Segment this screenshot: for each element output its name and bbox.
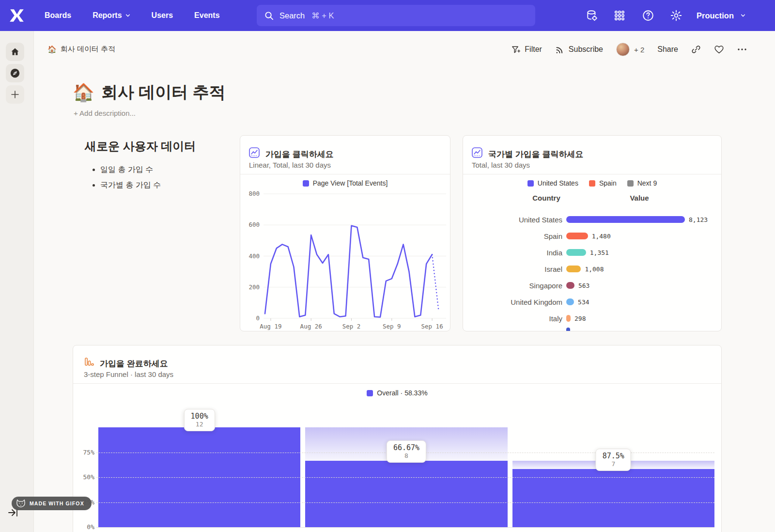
help-icon[interactable] [640,8,656,23]
search-icon [264,11,274,20]
table-row[interactable]: United States8,123 [463,211,721,228]
nav-item-boards[interactable]: Boards [45,11,71,20]
bar-row-bar [566,298,574,305]
bar-row-country: India [463,249,562,257]
bar-row-value: 1,351 [590,249,609,256]
project-switcher[interactable]: Prouction [697,0,745,31]
bar-row-country: Singapore [463,282,562,290]
line-series [265,226,432,317]
mixpanel-logo-icon[interactable] [9,7,25,24]
table-row[interactable]: India1,351 [463,244,721,261]
bar-chart-subtitle: Total, last 30 days [472,161,530,169]
bar-row-bar [566,216,685,223]
bar-chart-legend: United StatesSpainNext 9 [463,179,721,187]
bar-row-bar [566,266,581,272]
bar-chart-title[interactable]: 국가별 가입을 클릭하세요 [488,149,583,160]
favorite-button[interactable] [714,45,724,54]
table-row[interactable]: United Kingdom534 [463,294,721,310]
x-axis-tick-label: Aug 26 [300,323,322,330]
subscribe-label: Subscribe [569,45,603,54]
discover-button[interactable] [6,64,24,82]
legend-label: Spain [599,179,617,187]
search-shortcut: ⌘ + K [311,11,334,20]
funnel-y-tick-label: 50% [75,473,94,481]
page-title[interactable]: 🏠 회사 데이터 추적 [73,81,226,104]
data-management-icon[interactable] [584,8,600,23]
main-content: 🏠 회사 데이터 추적 Filter Subscribe + 2 Share 🏠 [34,31,775,532]
add-description-button[interactable]: + Add description... [74,109,136,117]
legend-label: Overall · 58.33% [377,389,427,397]
rss-icon [555,45,564,54]
fox-icon [16,499,26,508]
funnel-legend: Overall · 58.33% [73,389,721,397]
add-board-button[interactable] [6,85,24,104]
legend-item: Next 9 [627,179,657,187]
chevron-down-icon [741,13,745,18]
table-row[interactable]: Singapore563 [463,277,721,294]
bar-chart-card: 국가별 가입을 클릭하세요 Total, last 30 days United… [463,135,722,331]
text-card-bullet: 국가별 총 가입 수 [100,180,196,190]
link-icon [691,45,701,54]
funnel-chart-subtitle: 3-step Funnel · last 30 days [84,370,173,378]
column-header-value: Value [601,194,678,202]
filter-icon [511,45,520,54]
gridline [96,527,714,528]
legend-item: Overall · 58.33% [367,389,427,397]
nav-item-events[interactable]: Events [194,11,219,20]
collaborators[interactable]: + 2 [616,43,644,56]
funnel-chart-title[interactable]: 가입을 완료하세요 [100,358,168,369]
breadcrumb[interactable]: 🏠 회사 데이터 추적 [47,45,115,54]
y-axis-tick-label: 400 [248,252,260,260]
legend-swatch [367,390,373,396]
legend-label: United States [538,179,578,187]
gifox-label: MADE WITH GIFOX [30,501,84,506]
legend-swatch [589,180,595,187]
nav-item-reports[interactable]: Reports [93,11,130,20]
more-menu-button[interactable] [737,48,747,51]
table-row[interactable]: Spain1,480 [463,228,721,244]
bar-row-country: Israel [463,265,562,273]
insights-report-icon [472,147,482,158]
bar-row-country: Italy [463,314,562,323]
compass-icon [10,68,20,78]
bar-row-value: 8,123 [689,216,708,223]
plus-icon [11,90,19,99]
table-row[interactable]: Israel1,008 [463,261,721,277]
table-row[interactable]: Italy298 [463,310,721,327]
bar-row-value: 1,008 [585,266,604,273]
nav-item-users[interactable]: Users [152,11,173,20]
apps-grid-icon[interactable] [612,8,627,23]
nav-item-label: Users [152,11,173,20]
y-axis-tick-label: 800 [248,190,260,197]
gridline [96,477,714,478]
divider [463,174,721,174]
collaborators-count: + 2 [634,46,644,54]
legend-item: Spain [589,179,617,187]
line-chart-card: 가입을 클릭하세요 Linear, Total, last 30 days Pa… [240,135,450,331]
bar-row-value: 563 [578,282,589,289]
funnel-tooltip: 66.67%8 [387,440,426,463]
home-button[interactable] [6,43,24,61]
nav-item-label: Events [194,11,219,20]
search-input[interactable]: Search ⌘ + K [257,5,535,26]
bar-row-value: 1,480 [592,233,611,240]
avatar [616,43,630,56]
copy-link-button[interactable] [691,45,701,54]
settings-icon[interactable] [668,8,684,23]
filter-button[interactable]: Filter [511,45,542,54]
text-card-bullet: 일일 총 가입 수 [100,165,196,175]
subscribe-button[interactable]: Subscribe [555,45,603,54]
y-axis-tick-label: 200 [248,283,260,291]
line-chart-plot[interactable]: 8006004002000Aug 19Aug 26Sep 2Sep 9Sep 1… [240,136,450,331]
gridline [96,502,714,503]
legend-swatch [627,180,634,187]
primary-nav: BoardsReportsUsersEvents [45,0,220,31]
legend-swatch [527,180,534,187]
share-button[interactable]: Share [657,45,678,54]
funnel-conversion-pct: 66.67% [393,443,419,452]
funnel-chart-card: 가입을 완료하세요 3-step Funnel · last 30 days O… [73,345,722,532]
funnel-count: 7 [603,460,624,468]
nav-item-label: Boards [45,11,71,20]
legend-label: Next 9 [637,179,657,187]
bar-row-bar [566,282,574,289]
